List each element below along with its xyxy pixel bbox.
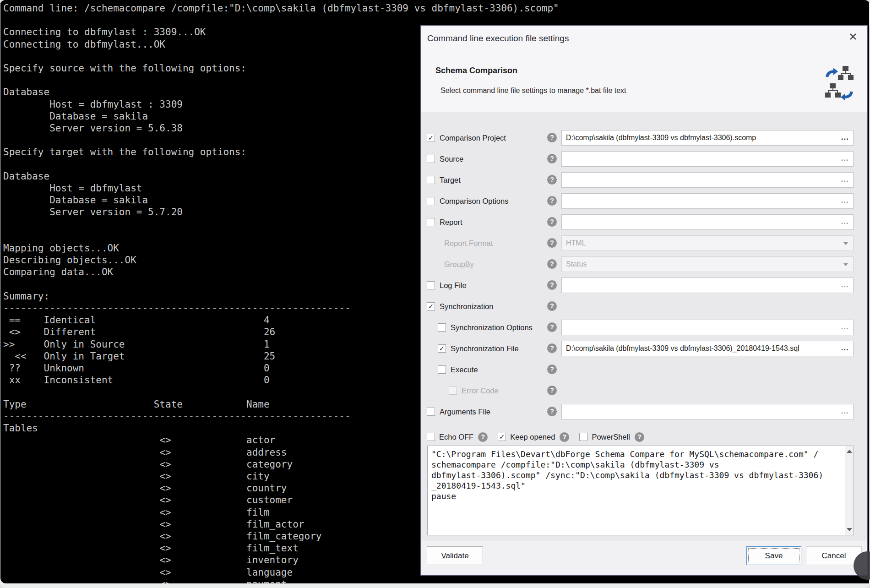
setting-row-source: Source?...	[421, 148, 867, 169]
option-powershell: PowerShell?	[579, 432, 644, 442]
field-value: D:\comp\sakila (dbfmylast-3309 vs dbfmyl…	[566, 134, 756, 142]
browse-button[interactable]: ...	[841, 152, 849, 165]
setting-row-execute: Execute?	[421, 359, 867, 380]
comparison-project-checkbox[interactable]: ✓	[427, 134, 435, 142]
command-line-settings-dialog: Command line execution file settings Sch…	[420, 25, 868, 576]
groupby-dropdown: Status	[561, 256, 854, 272]
browse-button[interactable]: ...	[841, 320, 849, 334]
help-icon[interactable]: ?	[547, 386, 557, 395]
close-icon[interactable]	[848, 32, 858, 42]
setting-row-comparison-project: ✓Comparison Project?D:\comp\sakila (dbfm…	[421, 127, 867, 148]
comparison-project-label: Comparison Project	[440, 134, 506, 142]
dialog-title: Command line execution file settings	[427, 33, 569, 44]
validate-button[interactable]: Validate	[427, 546, 483, 565]
report-checkbox[interactable]	[427, 218, 435, 226]
report-format-dropdown: HTML	[561, 235, 854, 251]
browse-button[interactable]: ...	[841, 131, 849, 144]
browse-button[interactable]: ...	[841, 341, 849, 355]
help-icon[interactable]: ?	[547, 259, 557, 269]
setting-row-comparison-options: Comparison Options?...	[421, 191, 867, 212]
dialog-subtitle: Select command line file settings to man…	[440, 87, 626, 95]
source-checkbox[interactable]	[427, 155, 435, 163]
field-value: D:\comp\sakila (dbfmylast-3309 vs dbfmyl…	[566, 344, 799, 352]
source-label: Source	[440, 155, 463, 163]
comparison-options-checkbox[interactable]	[427, 197, 435, 205]
setting-row-target: Target?...	[421, 169, 867, 191]
target-checkbox[interactable]	[427, 176, 435, 184]
dropdown-arrow-icon	[843, 242, 848, 245]
setting-row-groupby: GroupBy?Status	[421, 254, 867, 275]
browse-button[interactable]: ...	[841, 404, 849, 418]
dialog-footer: Validate Save Cancel	[421, 540, 867, 575]
help-icon[interactable]: ?	[547, 365, 557, 374]
synchronization-file-checkbox[interactable]: ✓	[438, 344, 446, 353]
help-icon[interactable]: ?	[635, 432, 644, 442]
dropdown-value: Status	[566, 260, 587, 268]
synchronization-options-checkbox[interactable]	[438, 323, 446, 332]
report-format-label: Report Format	[444, 239, 493, 248]
help-icon[interactable]: ?	[547, 175, 557, 185]
setting-row-synchronization-options: Synchronization Options?...	[421, 317, 867, 338]
arguments-file-input[interactable]: ...	[561, 404, 854, 419]
target-input[interactable]: ...	[561, 172, 854, 188]
help-icon[interactable]: ?	[547, 343, 557, 353]
screenshot-frame: Command line: /schemacompare /compfile:"…	[0, 0, 870, 588]
comparison-project-input[interactable]: D:\comp\sakila (dbfmylast-3309 vs dbfmyl…	[561, 130, 854, 146]
scroll-down-icon[interactable]	[847, 528, 852, 532]
error-code-checkbox	[449, 387, 457, 395]
scroll-up-icon[interactable]	[847, 449, 852, 453]
dropdown-value: HTML	[566, 239, 586, 247]
powershell-checkbox[interactable]	[579, 433, 587, 441]
help-icon[interactable]: ?	[547, 322, 557, 332]
setting-row-synchronization: ✓Synchronization?	[421, 296, 867, 317]
setting-row-error-code: Error Code?	[421, 380, 867, 401]
browse-button[interactable]: ...	[841, 215, 849, 229]
report-input[interactable]: ...	[561, 214, 854, 230]
log-file-input[interactable]: ...	[561, 278, 854, 293]
setting-row-log-file: Log File?...	[421, 275, 867, 296]
scrollbar[interactable]	[845, 446, 854, 535]
keep-opened-label: Keep opened	[510, 433, 555, 441]
target-label: Target	[440, 176, 461, 185]
schema-comparison-heading: Schema Comparison	[435, 66, 517, 76]
dialog-header: Command line execution file settings Sch…	[421, 26, 867, 112]
synchronization-options-label: Synchronization Options	[451, 323, 533, 332]
synchronization-label: Synchronization	[440, 302, 493, 311]
help-icon[interactable]: ?	[478, 432, 488, 442]
setting-row-report-format: Report Format?HTML	[421, 233, 867, 254]
help-icon[interactable]: ?	[547, 301, 557, 311]
bat-options-row: Echo OFF?✓Keep opened?PowerShell?	[421, 430, 867, 444]
keep-opened-checkbox[interactable]: ✓	[498, 433, 506, 441]
dialog-rows: ✓Comparison Project?D:\comp\sakila (dbfm…	[421, 112, 867, 444]
bat-file-text-box[interactable]: "C:\Program Files\Devart\dbForge Schema …	[427, 446, 854, 535]
browse-button[interactable]: ...	[841, 173, 849, 186]
help-icon[interactable]: ?	[547, 280, 557, 290]
browse-button[interactable]: ...	[841, 278, 849, 292]
browse-button[interactable]: ...	[841, 194, 849, 207]
log-file-checkbox[interactable]	[427, 281, 435, 289]
help-icon[interactable]: ?	[547, 407, 557, 416]
save-button[interactable]: Save	[746, 546, 801, 565]
source-input[interactable]: ...	[561, 151, 854, 167]
help-icon[interactable]: ?	[547, 133, 557, 142]
help-icon[interactable]: ?	[547, 238, 557, 248]
help-icon[interactable]: ?	[560, 432, 569, 442]
comparison-options-input[interactable]: ...	[561, 193, 854, 209]
echo-off-checkbox[interactable]	[427, 433, 435, 441]
help-icon[interactable]: ?	[547, 196, 557, 206]
arguments-file-checkbox[interactable]	[427, 408, 435, 416]
synchronization-options-input[interactable]: ...	[561, 320, 854, 335]
option-keep-opened: ✓Keep opened?	[498, 432, 569, 442]
execute-checkbox[interactable]	[438, 365, 446, 374]
log-file-label: Log File	[440, 281, 467, 290]
help-icon[interactable]: ?	[547, 217, 557, 227]
bat-file-text[interactable]: "C:\Program Files\Devart\dbForge Schema …	[428, 446, 854, 535]
help-icon[interactable]: ?	[547, 154, 557, 163]
synchronization-file-input[interactable]: D:\comp\sakila (dbfmylast-3309 vs dbfmyl…	[561, 341, 854, 356]
synchronization-checkbox[interactable]: ✓	[427, 302, 435, 310]
comparison-options-label: Comparison Options	[440, 197, 508, 206]
powershell-label: PowerShell	[592, 433, 630, 441]
setting-row-synchronization-file: ✓Synchronization File?D:\comp\sakila (db…	[421, 338, 867, 359]
error-code-label: Error Code	[462, 387, 499, 395]
dropdown-arrow-icon	[843, 263, 848, 266]
